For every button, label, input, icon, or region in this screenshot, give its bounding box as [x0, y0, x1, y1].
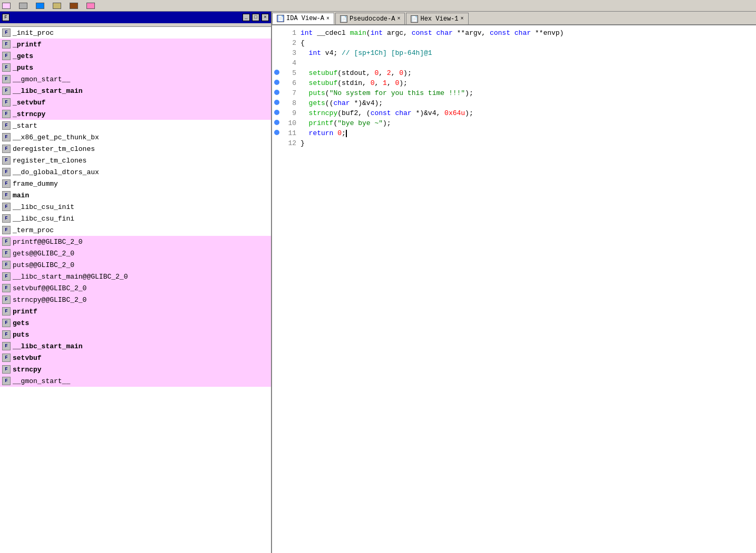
list-item[interactable]: F__libc_csu_fini — [0, 213, 271, 224]
breakpoint-dot[interactable] — [274, 80, 279, 85]
legend-data — [19, 3, 30, 9]
legend-regular — [36, 3, 46, 9]
function-icon: F — [2, 75, 11, 83]
line-content: puts("No system for you this time !!!"); — [301, 89, 473, 97]
tab-icon: 📄 — [277, 15, 284, 22]
close-button[interactable]: × — [261, 14, 269, 21]
line-number: 12 — [282, 139, 296, 147]
line-content: printf("bye bye ~"); — [301, 119, 391, 127]
function-name-label: _term_proc — [13, 226, 54, 234]
function-icon: F — [2, 63, 11, 72]
tab-close-button[interactable]: × — [397, 16, 400, 22]
tab-close-button[interactable]: × — [460, 16, 463, 22]
legend-toolbar — [0, 0, 756, 12]
list-item[interactable]: Fframe_dummy — [0, 178, 271, 189]
code-view[interactable]: 1int __cdecl main(int argc, const char *… — [272, 25, 756, 553]
function-name-label: __do_global_dtors_aux — [13, 168, 99, 176]
list-item[interactable]: Fsetvbuf — [0, 352, 271, 364]
list-item[interactable]: F__libc_start_main@@GLIBC_2_0 — [0, 271, 271, 282]
code-line: 4 — [272, 58, 756, 68]
list-item[interactable]: F__libc_start_main — [0, 85, 271, 97]
list-item[interactable]: Fgets — [0, 317, 271, 329]
breakpoint-dot[interactable] — [274, 50, 279, 55]
function-name-label: gets@@GLIBC_2_0 — [13, 250, 74, 258]
list-item[interactable]: Fputs@@GLIBC_2_0 — [0, 259, 271, 271]
line-number: 6 — [282, 79, 296, 87]
function-icon: F — [2, 191, 11, 199]
tab-hexview1[interactable]: 📄Hex View-1× — [406, 13, 468, 24]
list-item[interactable]: Fregister_tm_clones — [0, 155, 271, 166]
list-item[interactable]: F_term_proc — [0, 224, 271, 236]
list-item[interactable]: Fputs — [0, 329, 271, 340]
tab-icon: 📄 — [411, 15, 418, 23]
function-icon: F — [2, 156, 11, 165]
right-panel: 📄IDA View-A×📄Pseudocode-A×📄Hex View-1× 1… — [272, 12, 756, 553]
minimize-button[interactable]: _ — [243, 14, 250, 21]
breakpoint-dot[interactable] — [274, 120, 279, 125]
tab-icon: 📄 — [340, 15, 347, 23]
list-item[interactable]: Fsetvbuf@@GLIBC_2_0 — [0, 282, 271, 294]
function-name-label: __libc_start_main — [13, 87, 83, 95]
legend-external-color — [86, 3, 95, 9]
list-item[interactable]: Fprintf@@GLIBC_2_0 — [0, 236, 271, 247]
list-item[interactable]: F_setvbuf — [0, 97, 271, 108]
function-icon: F — [2, 249, 11, 258]
function-icon: F — [2, 110, 11, 118]
line-number: 11 — [282, 129, 296, 137]
function-name-label: puts — [13, 331, 29, 339]
list-item[interactable]: Fmain — [0, 189, 271, 201]
breakpoint-dot[interactable] — [274, 30, 279, 35]
function-name-label: register_tm_clones — [13, 157, 86, 165]
tab-close-button[interactable]: × — [326, 16, 329, 22]
maximize-button[interactable]: □ — [252, 14, 259, 21]
function-name-label: frame_dummy — [13, 180, 58, 188]
list-item[interactable]: F_start — [0, 120, 271, 131]
tab-pseudocodea[interactable]: 📄Pseudocode-A× — [335, 13, 405, 24]
list-item[interactable]: Fderegister_tm_clones — [0, 143, 271, 155]
list-item[interactable]: F__gmon_start__ — [0, 375, 271, 387]
line-number: 7 — [282, 89, 296, 97]
code-line: 1int __cdecl main(int argc, const char *… — [272, 27, 756, 37]
function-icon: F — [2, 261, 11, 269]
list-item[interactable]: F_init_proc — [0, 27, 271, 39]
breakpoint-dot[interactable] — [274, 60, 279, 65]
breakpoint-dot[interactable] — [274, 100, 279, 105]
list-item[interactable]: Fgets@@GLIBC_2_0 — [0, 247, 271, 259]
list-item[interactable]: Fstrncpy@@GLIBC_2_0 — [0, 294, 271, 306]
breakpoint-dot[interactable] — [274, 40, 279, 45]
breakpoint-dot[interactable] — [274, 90, 279, 95]
function-icon: F — [2, 203, 11, 211]
function-icon: F — [2, 307, 11, 316]
breakpoint-dot[interactable] — [274, 140, 279, 145]
function-name-label: __libc_csu_fini — [13, 215, 74, 223]
functions-list[interactable]: F_init_procF_printfF_getsF_putsF__gmon_s… — [0, 27, 271, 553]
function-icon: F — [2, 145, 11, 153]
function-icon: F — [2, 52, 11, 60]
function-icon: F — [2, 121, 11, 130]
code-line: 11 return 0; — [272, 128, 756, 138]
line-number: 5 — [282, 69, 296, 77]
breakpoint-dot[interactable] — [274, 110, 279, 115]
function-icon: F — [2, 179, 11, 188]
legend-regular-color — [36, 3, 44, 9]
breakpoint-dot[interactable] — [274, 130, 279, 135]
list-item[interactable]: F_strncpy — [0, 108, 271, 120]
function-icon: F — [2, 272, 11, 281]
tab-idaviewa[interactable]: 📄IDA View-A× — [272, 13, 334, 24]
breakpoint-dot[interactable] — [274, 70, 279, 75]
list-item[interactable]: F_printf — [0, 39, 271, 50]
list-item[interactable]: F_puts — [0, 62, 271, 73]
line-number: 9 — [282, 109, 296, 117]
list-item[interactable]: F__do_global_dtors_aux — [0, 166, 271, 178]
list-item[interactable]: F_gets — [0, 50, 271, 62]
list-item[interactable]: F__gmon_start__ — [0, 73, 271, 85]
list-item[interactable]: Fstrncpy — [0, 364, 271, 375]
list-item[interactable]: F__libc_csu_init — [0, 201, 271, 213]
function-icon: F — [2, 28, 11, 37]
line-number: 4 — [282, 59, 296, 67]
list-item[interactable]: F__libc_start_main — [0, 340, 271, 352]
list-item[interactable]: Fprintf — [0, 306, 271, 317]
code-line: 7 puts("No system for you this time !!!"… — [272, 88, 756, 98]
legend-external — [86, 3, 97, 9]
list-item[interactable]: F__x86_get_pc_thunk_bx — [0, 131, 271, 143]
